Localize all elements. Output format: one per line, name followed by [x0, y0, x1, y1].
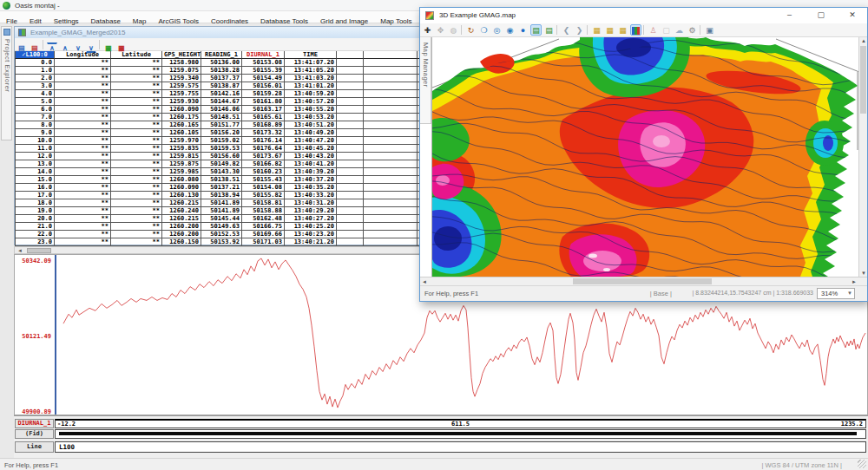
table-cell[interactable]: **	[111, 231, 162, 238]
table-cell[interactable]	[364, 98, 418, 106]
table-cell[interactable]: 13:40:23.20	[285, 231, 337, 238]
table-cell[interactable]: 13:40:39.20	[285, 168, 337, 176]
select-tool-icon[interactable]: ✚	[422, 24, 433, 36]
table-cell[interactable]: 1260.105	[162, 129, 201, 137]
table-cell[interactable]: **	[111, 207, 162, 215]
fid-scale-strip[interactable]: -12.2 611.5 1235.2	[55, 419, 866, 428]
table-cell[interactable]: **	[55, 129, 111, 137]
table-cell[interactable]	[364, 184, 418, 192]
table-cell[interactable]: **	[55, 160, 111, 168]
table-cell[interactable]	[337, 192, 364, 199]
table-cell[interactable]	[364, 145, 418, 153]
table-cell[interactable]: 50158.88	[242, 207, 285, 215]
table-cell[interactable]	[364, 223, 418, 231]
table-cell[interactable]	[364, 176, 418, 184]
table-cell[interactable]: 13:40:43.20	[285, 153, 337, 160]
table-cell[interactable]: **	[111, 59, 162, 67]
snapshot-tool-icon[interactable]: ▣	[704, 24, 715, 36]
table-cell[interactable]: 50158.81	[242, 199, 285, 207]
project-explorer-tab[interactable]: Project Explorer	[1, 26, 12, 140]
table-cell[interactable]: 13:40:37.20	[285, 176, 337, 184]
table-cell[interactable]: **	[55, 215, 111, 223]
table-cell[interactable]: 1259.875	[162, 160, 201, 168]
table-cell[interactable]: 50166.82	[242, 160, 285, 168]
table-cell[interactable]	[364, 121, 418, 129]
table-cell[interactable]: 13:41:01.20	[285, 82, 337, 90]
table-cell[interactable]	[364, 106, 418, 114]
table-cell[interactable]: **	[55, 114, 111, 121]
resize-grip[interactable]	[858, 460, 866, 468]
table-cell[interactable]: **	[55, 106, 111, 114]
map3d-vertical-scrollbar[interactable]: ▲ ▼	[858, 37, 867, 277]
table-cell[interactable]: 22.0	[15, 231, 55, 238]
table-cell[interactable]: 50176.64	[242, 145, 285, 153]
table-cell[interactable]: **	[55, 192, 111, 199]
table-cell[interactable]	[364, 82, 418, 90]
table-cell[interactable]: **	[55, 199, 111, 207]
back-nav-icon[interactable]: ❮	[561, 24, 572, 36]
zoom-box-tool-icon[interactable]: ◉	[504, 24, 516, 36]
rotate-tool-icon[interactable]: ↻	[465, 24, 477, 36]
table-cell[interactable]: 50154.08	[242, 184, 285, 192]
table-cell[interactable]: **	[111, 82, 162, 90]
table-cell[interactable]: 1259.835	[162, 145, 201, 153]
table-cell[interactable]: **	[55, 238, 111, 246]
table-cell[interactable]: 1260.215	[162, 199, 201, 207]
table-cell[interactable]: 13:40:59.20	[285, 90, 337, 98]
table-cell[interactable]: 10.0	[15, 137, 55, 145]
table-cell[interactable]: 1258.980	[162, 59, 201, 67]
table-cell[interactable]	[337, 67, 364, 75]
table-cell[interactable]: 13:40:29.20	[285, 207, 337, 215]
table-cell[interactable]: 50155.39	[242, 67, 285, 75]
table-cell[interactable]: **	[111, 98, 162, 106]
table-cell[interactable]: 13.0	[15, 160, 55, 168]
table-cell[interactable]	[337, 90, 364, 98]
table-cell[interactable]	[337, 160, 364, 168]
table-cell[interactable]: 13:40:55.20	[285, 106, 337, 114]
table-cell[interactable]: 0.0	[15, 59, 55, 67]
table-cell[interactable]: 21.0	[15, 223, 55, 231]
callout-tool-icon[interactable]: ☁	[674, 24, 685, 36]
zoom-level-dropdown[interactable]: 314% ▼	[817, 288, 855, 299]
table-cell[interactable]: 50138.51	[201, 176, 242, 184]
table-cell[interactable]: **	[55, 59, 111, 67]
table-cell[interactable]: 12.0	[15, 153, 55, 160]
table-cell[interactable]: 2.0	[15, 75, 55, 82]
table-cell[interactable]: 50151.77	[201, 121, 242, 129]
table-cell[interactable]	[364, 75, 418, 82]
table-cell[interactable]: **	[55, 223, 111, 231]
table-cell[interactable]: 1259.075	[162, 67, 201, 75]
table-cell[interactable]: 6.0	[15, 106, 55, 114]
scroll-right-icon[interactable]: ►	[852, 279, 857, 284]
table-cell[interactable]: 5.0	[15, 98, 55, 106]
table-cell[interactable]: **	[55, 231, 111, 238]
table-cell[interactable]: **	[111, 223, 162, 231]
view-preset-3-icon[interactable]: ▦	[617, 24, 628, 36]
table-cell[interactable]: **	[111, 153, 162, 160]
table-cell[interactable]: 17.0	[15, 192, 55, 199]
table-cell[interactable]: 1259.970	[162, 137, 201, 145]
table-cell[interactable]: 50149.63	[201, 223, 242, 231]
current-line-cell[interactable]: ✓L100:0	[15, 51, 55, 59]
hscroll-thumb[interactable]	[573, 278, 712, 284]
table-cell[interactable]: **	[111, 121, 162, 129]
wireframe-view-icon[interactable]: ▤	[543, 24, 555, 36]
scroll-down-icon[interactable]: ▼	[859, 271, 868, 276]
table-cell[interactable]	[364, 153, 418, 160]
table-cell[interactable]: 50161.80	[242, 98, 285, 106]
table-cell[interactable]: 19.0	[15, 207, 55, 215]
table-cell[interactable]	[364, 129, 418, 137]
table-cell[interactable]	[337, 168, 364, 176]
table-cell[interactable]: 50155.82	[242, 192, 285, 199]
table-cell[interactable]: 50142.16	[201, 90, 242, 98]
table-cell[interactable]: **	[111, 67, 162, 75]
table-cell[interactable]: 50143.30	[201, 168, 242, 176]
table-cell[interactable]	[337, 199, 364, 207]
table-cell[interactable]: 13:40:25.20	[285, 223, 337, 231]
scroll-left-icon[interactable]: ◄	[422, 279, 427, 284]
table-cell[interactable]: 50173.67	[242, 153, 285, 160]
table-cell[interactable]: 50166.75	[242, 223, 285, 231]
table-cell[interactable]: 50137.37	[201, 75, 242, 82]
table-cell[interactable]: **	[111, 184, 162, 192]
table-cell[interactable]: **	[55, 137, 111, 145]
